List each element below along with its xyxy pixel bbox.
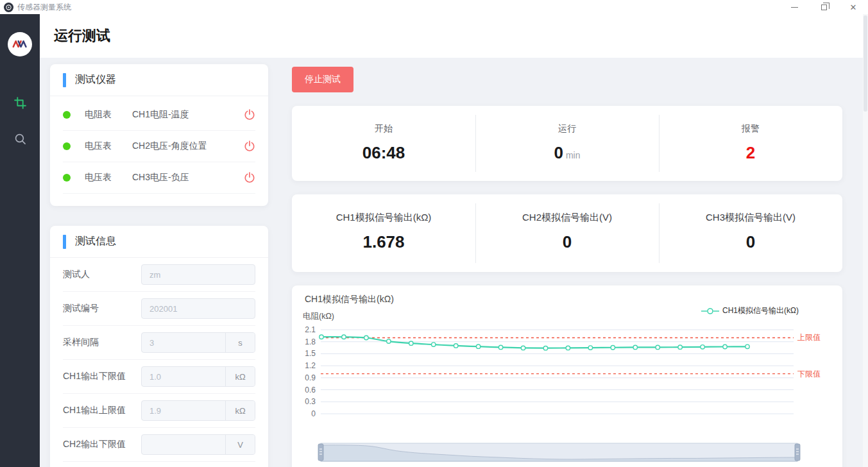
- data-point[interactable]: [611, 346, 615, 350]
- y-tick-label: 1.5: [305, 349, 316, 358]
- instrument-channel: CH1电阻-温度: [132, 109, 244, 121]
- restore-icon[interactable]: [809, 0, 838, 14]
- limit-label: 上限值: [797, 333, 821, 342]
- ch1-lower-limit-input-group: kΩ: [141, 366, 255, 387]
- stop-test-button[interactable]: 停止测试: [292, 67, 353, 92]
- ch2-lower-limit-input[interactable]: [142, 435, 225, 454]
- runtime-value: 0min: [475, 143, 659, 163]
- window-controls: ✕: [779, 0, 868, 14]
- page-title: 运行测试: [54, 14, 868, 58]
- accent-bar: [63, 235, 66, 249]
- stat-start: 开始 06:48: [292, 106, 475, 181]
- data-point[interactable]: [521, 346, 525, 350]
- y-tick-label: 1.8: [305, 337, 316, 346]
- status-dot: [63, 142, 71, 150]
- ch3-output-value: 0: [659, 232, 842, 252]
- y-tick-label: 0: [311, 409, 316, 418]
- data-point[interactable]: [432, 343, 436, 346]
- stat-alarms: 报警 2: [659, 106, 842, 181]
- form-row: CH1输出上限值 kΩ: [63, 394, 255, 428]
- data-point[interactable]: [387, 339, 391, 343]
- field-label: CH2输出下限值: [63, 439, 141, 450]
- limit-label: 下限值: [797, 369, 821, 378]
- y-tick-label: 0.6: [305, 386, 316, 395]
- search-icon: [13, 132, 27, 146]
- form-row: CH1输出下限值 kΩ: [63, 360, 255, 394]
- form-row: 测试编号: [63, 292, 255, 326]
- tester-input[interactable]: [142, 265, 255, 284]
- data-point[interactable]: [633, 345, 637, 349]
- output-ch2: CH2模拟信号输出(V) 0: [475, 194, 659, 272]
- minimize-icon[interactable]: [779, 0, 809, 14]
- test-id-input-group: [141, 298, 255, 319]
- ch1-lower-limit-input[interactable]: [142, 367, 225, 386]
- datazoom-handle[interactable]: [318, 444, 323, 461]
- sample-interval-input[interactable]: [142, 333, 225, 352]
- data-point[interactable]: [723, 344, 727, 348]
- sidebar-item-test[interactable]: [0, 90, 40, 115]
- page-scrollbar[interactable]: [863, 14, 868, 467]
- waveform-logo-glyph: [10, 35, 30, 54]
- ch1-upper-limit-input-group: kΩ: [141, 400, 255, 421]
- y-tick-label: 0.9: [305, 373, 316, 382]
- test-info-card-header: 测试信息: [50, 226, 268, 258]
- data-point[interactable]: [543, 346, 547, 350]
- chart-card: CH1模拟信号输出(kΩ) CH1模拟信号输出(kΩ) 电阻(kΩ) 00.30…: [292, 285, 842, 467]
- data-point[interactable]: [588, 346, 592, 350]
- sidebar: [0, 14, 40, 467]
- instruments-card-title: 测试仪器: [75, 73, 116, 87]
- app-logo-glyph: [5, 4, 12, 11]
- y-tick-label: 2.1: [305, 325, 316, 334]
- crop-icon: [13, 96, 27, 110]
- instrument-type: 电压表: [85, 172, 132, 183]
- scrollbar-thumb[interactable]: [864, 15, 867, 112]
- output-label: CH3模拟信号输出(V): [659, 212, 842, 224]
- output-ch1: CH1模拟信号输出(kΩ) 1.678: [292, 194, 475, 272]
- close-icon[interactable]: ✕: [838, 0, 868, 14]
- data-point[interactable]: [678, 345, 682, 349]
- runtime-unit: min: [566, 150, 581, 160]
- close-glyph: ✕: [850, 3, 857, 12]
- tester-input-group: [141, 264, 255, 285]
- stat-label: 报警: [659, 123, 842, 135]
- data-point[interactable]: [364, 335, 368, 339]
- instrument-list: 电阻表 CH1电阻-温度 电压表 CH2电压-角度位置 电压表: [50, 96, 268, 194]
- power-icon[interactable]: [244, 109, 255, 121]
- output-ch3: CH3模拟信号输出(V) 0: [659, 194, 842, 272]
- sample-interval-input-group: s: [141, 332, 255, 353]
- waveform-logo: [8, 32, 32, 56]
- sidebar-item-search[interactable]: [0, 126, 40, 151]
- datazoom-handle[interactable]: [795, 444, 800, 461]
- upper-limit-markline: 上限值: [321, 333, 821, 342]
- data-point[interactable]: [701, 345, 704, 349]
- instrument-type: 电压表: [85, 140, 132, 152]
- test-info-card: 测试信息 测试人 测试编号 采样间隔 s CH1输出下限值 kΩ: [50, 226, 268, 467]
- datazoom-slider[interactable]: [318, 443, 800, 461]
- ch1-upper-limit-input[interactable]: [142, 401, 225, 420]
- power-icon[interactable]: [244, 172, 255, 183]
- data-point[interactable]: [498, 345, 502, 349]
- output-label: CH2模拟信号输出(V): [475, 212, 659, 224]
- field-label: 测试人: [63, 269, 141, 280]
- data-point[interactable]: [656, 345, 660, 349]
- start-time-value: 06:48: [292, 143, 475, 163]
- data-point[interactable]: [476, 344, 480, 348]
- data-point[interactable]: [454, 344, 457, 348]
- test-id-input[interactable]: [142, 299, 255, 318]
- data-point[interactable]: [319, 335, 323, 339]
- status-dot: [63, 174, 71, 182]
- data-point[interactable]: [566, 346, 570, 350]
- app-logo-icon: [4, 3, 13, 12]
- instrument-row: 电压表 CH2电压-角度位置: [63, 131, 255, 162]
- data-point[interactable]: [342, 335, 346, 339]
- y-tick-label: 1.2: [305, 361, 316, 370]
- test-info-card-title: 测试信息: [75, 235, 116, 248]
- restore-glyph: [821, 4, 827, 10]
- instruments-card-header: 测试仪器: [50, 64, 268, 96]
- accent-bar: [63, 73, 66, 87]
- line-chart: 00.30.60.91.21.51.82.1上限值下限值: [292, 285, 842, 467]
- data-point[interactable]: [745, 344, 749, 348]
- y-tick-label: 0.3: [305, 397, 316, 406]
- data-point[interactable]: [409, 341, 413, 345]
- power-icon[interactable]: [244, 140, 255, 152]
